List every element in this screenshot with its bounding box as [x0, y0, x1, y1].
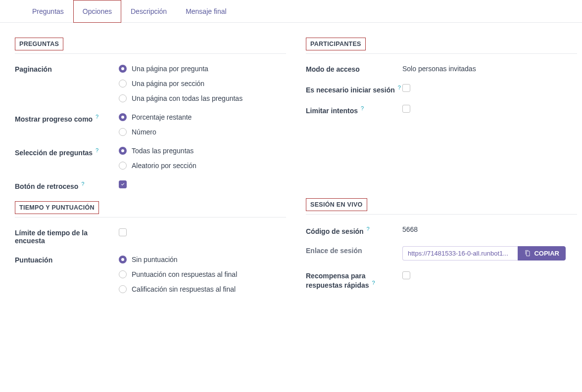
radio-seleccion-aleatorio[interactable]: Aleatorio por sección — [119, 162, 286, 170]
radio-icon — [119, 270, 127, 278]
radio-seleccion-todas[interactable]: Todas las preguntas — [119, 147, 286, 155]
radio-label: Calificación sin respuestas al final — [132, 285, 236, 293]
divider — [15, 53, 286, 54]
radio-label: Aleatorio por sección — [132, 162, 196, 170]
section-title-preguntas: PREGUNTAS — [15, 38, 63, 50]
help-icon[interactable]: ? — [96, 147, 98, 153]
radio-icon — [119, 285, 127, 293]
label-text: Recompensa para respuestas rápidas — [306, 272, 369, 289]
radio-icon — [119, 256, 127, 263]
label-puntuacion: Puntuación — [15, 256, 119, 264]
copy-icon — [524, 250, 531, 257]
radio-label: Puntuación con respuestas al final — [132, 270, 237, 278]
help-icon[interactable]: ? — [367, 226, 370, 232]
label-enlace-sesion: Enlace de sesión — [306, 246, 402, 255]
field-seleccion-preguntas: Selección de preguntas ? Todas las pregu… — [15, 147, 286, 170]
field-value: COPIAR — [402, 246, 577, 261]
radio-icon — [119, 113, 127, 121]
label-text: Selección de preguntas — [15, 149, 93, 157]
field-paginacion: Paginación Una página por pregunta Una p… — [15, 65, 286, 102]
radio-label: Todas las preguntas — [132, 147, 194, 155]
help-icon[interactable]: ? — [96, 114, 98, 120]
label-paginacion: Paginación — [15, 65, 119, 73]
help-icon[interactable]: ? — [398, 85, 401, 90]
label-limitar-intentos: Limitar intentos ? — [306, 105, 402, 115]
checkbox-login[interactable] — [402, 84, 410, 92]
divider — [306, 53, 577, 54]
section-tiempo: TIEMPO Y PUNTUACIÓN Límite de tiempo de … — [15, 201, 286, 293]
help-icon[interactable]: ? — [372, 280, 375, 286]
divider — [306, 214, 577, 215]
check-icon — [120, 182, 125, 187]
left-column: PREGUNTAS Paginación Una página por preg… — [15, 38, 286, 304]
tab-opciones[interactable]: Opciones — [73, 0, 121, 23]
label-text: Limitar intentos — [306, 106, 358, 114]
label-seleccion: Selección de preguntas ? — [15, 147, 119, 157]
radio-label: Una página por pregunta — [132, 65, 208, 73]
radio-paginacion-por-pregunta[interactable]: Una página por pregunta — [119, 65, 286, 73]
field-value — [119, 180, 286, 188]
checkbox-limitar-intentos[interactable] — [402, 105, 410, 113]
field-mostrar-progreso: Mostrar progreso como ? Porcentaje resta… — [15, 113, 286, 136]
radio-label: Porcentaje restante — [132, 113, 192, 121]
label-modo-acceso: Modo de acceso — [306, 65, 402, 73]
help-icon[interactable]: ? — [361, 105, 364, 111]
tab-preguntas[interactable]: Preguntas — [23, 0, 73, 23]
section-preguntas: PREGUNTAS Paginación Una página por preg… — [15, 38, 286, 190]
section-sesion-en-vivo: SESIÓN EN VIVO Código de sesión ? 5668 E… — [306, 198, 577, 289]
radio-progreso-numero[interactable]: Número — [119, 128, 286, 136]
radio-group-progreso: Porcentaje restante Número — [119, 113, 286, 136]
label-limite-tiempo: Límite de tiempo de la encuesta — [15, 228, 119, 245]
label-codigo-sesion: Código de sesión ? — [306, 225, 402, 235]
field-value — [402, 271, 577, 281]
checkbox-retroceso[interactable] — [119, 180, 127, 188]
field-value — [402, 84, 577, 93]
label-text: Es necesario iniciar sesión — [306, 86, 395, 94]
tab-mensaje-final[interactable]: Mensaje final — [176, 0, 236, 23]
radio-label: Número — [132, 128, 156, 136]
field-codigo-sesion: Código de sesión ? 5668 — [306, 225, 577, 235]
field-puntuacion: Puntuación Sin puntuación Puntuación con… — [15, 256, 286, 293]
radio-label: Una página con todas las preguntas — [132, 94, 242, 102]
section-title-participantes: PARTICIPANTES — [306, 38, 366, 50]
field-enlace-sesion: Enlace de sesión COPIAR — [306, 246, 577, 261]
help-icon[interactable]: ? — [81, 181, 84, 187]
radio-group-paginacion: Una página por pregunta Una página por s… — [119, 65, 286, 102]
radio-icon — [119, 80, 127, 87]
options-content: PREGUNTAS Paginación Una página por preg… — [0, 23, 582, 319]
field-value — [402, 105, 577, 114]
input-enlace-sesion[interactable] — [402, 246, 518, 261]
section-title-tiempo: TIEMPO Y PUNTUACIÓN — [15, 201, 99, 214]
input-group-enlace: COPIAR — [402, 246, 566, 261]
radio-label: Una página por sección — [132, 80, 204, 87]
section-participantes: PARTICIPANTES Modo de acceso Solo person… — [306, 38, 577, 114]
radio-progreso-porcentaje[interactable]: Porcentaje restante — [119, 113, 286, 121]
radio-puntuacion-sin-respuestas[interactable]: Calificación sin respuestas al final — [119, 285, 286, 293]
label-text: Código de sesión — [306, 227, 364, 235]
radio-group-puntuacion: Sin puntuación Puntuación con respuestas… — [119, 256, 286, 293]
radio-icon — [119, 65, 127, 73]
tab-descripcion[interactable]: Descripción — [121, 0, 176, 23]
right-column: PARTICIPANTES Modo de acceso Solo person… — [306, 38, 577, 304]
radio-group-seleccion: Todas las preguntas Aleatorio por secció… — [119, 147, 286, 170]
copy-button[interactable]: COPIAR — [518, 246, 566, 261]
radio-paginacion-todas[interactable]: Una página con todas las preguntas — [119, 94, 286, 102]
label-text: Botón de retroceso — [15, 182, 78, 190]
field-modo-acceso: Modo de acceso Solo personas invitadas — [306, 65, 577, 73]
field-limitar-intentos: Limitar intentos ? — [306, 105, 577, 115]
radio-puntuacion-sin[interactable]: Sin puntuación — [119, 256, 286, 263]
radio-icon — [119, 147, 127, 155]
checkbox-recompensa[interactable] — [402, 271, 410, 279]
checkbox-limite-tiempo[interactable] — [119, 228, 127, 236]
label-recompensa: Recompensa para respuestas rápidas ? — [306, 271, 402, 289]
field-value — [119, 228, 286, 238]
radio-icon — [119, 128, 127, 136]
label-mostrar-progreso: Mostrar progreso como ? — [15, 113, 119, 123]
label-text: Mostrar progreso como — [15, 115, 93, 123]
label-retroceso: Botón de retroceso ? — [15, 180, 119, 190]
value-codigo-sesion: 5668 — [402, 225, 577, 233]
form-tabs: Preguntas Opciones Descripción Mensaje f… — [0, 0, 582, 23]
copy-button-label: COPIAR — [534, 250, 559, 257]
radio-paginacion-por-seccion[interactable]: Una página por sección — [119, 80, 286, 87]
radio-puntuacion-con-respuestas[interactable]: Puntuación con respuestas al final — [119, 270, 286, 278]
